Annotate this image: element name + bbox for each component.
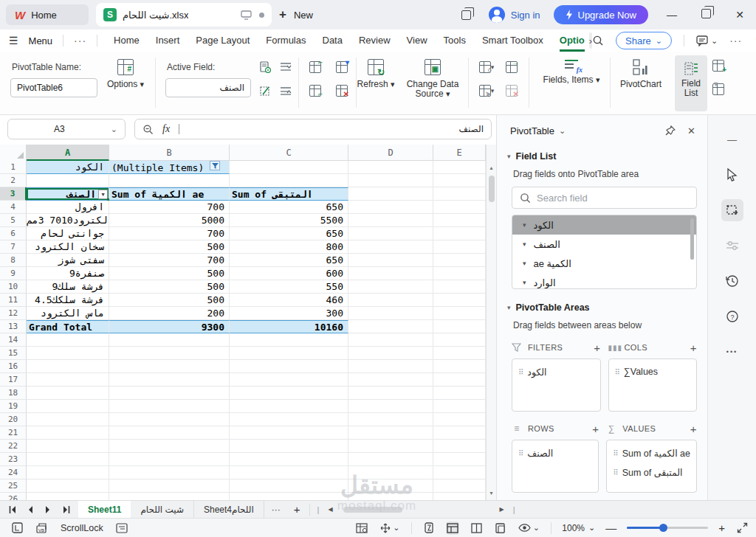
cell-B25[interactable] (109, 479, 230, 493)
add-col-icon[interactable]: + (690, 342, 697, 354)
cell-E13[interactable] (433, 320, 486, 333)
cell-E21[interactable] (433, 426, 486, 440)
pivotchart-button[interactable]: PivotChart (613, 59, 669, 89)
menu-tab-insert[interactable]: Insert (156, 30, 180, 52)
cell-B17[interactable] (109, 373, 230, 387)
menu-button[interactable]: Menu (29, 35, 53, 46)
cell-E15[interactable] (433, 347, 486, 360)
cell-C20[interactable] (230, 413, 348, 426)
field-headers-icon[interactable]: ▾ (710, 81, 726, 97)
cell-D20[interactable] (348, 413, 433, 426)
cell-B18[interactable] (109, 387, 230, 400)
cell-D5[interactable] (348, 214, 433, 227)
row-header-18[interactable]: 18 (0, 387, 27, 400)
new-document-button[interactable]: + New (279, 6, 313, 24)
hscroll-right-icon[interactable]: ▶ (500, 506, 504, 513)
restore-button[interactable] (695, 9, 716, 21)
cell-A7[interactable]: سخان الكترود (27, 240, 109, 254)
search-icon[interactable] (592, 35, 604, 46)
cell-E9[interactable] (433, 267, 486, 280)
group-field-icon[interactable]: ▾ (334, 59, 350, 75)
chevron-down-icon[interactable]: ⌄ (559, 126, 566, 136)
cell-C10[interactable]: 550 (230, 280, 348, 294)
cell-D21[interactable] (348, 426, 433, 440)
cell-A23[interactable] (27, 453, 109, 466)
row-header-12[interactable]: 12 (0, 307, 27, 320)
pivot-select-tool-icon[interactable] (721, 199, 743, 221)
cell-E5[interactable] (433, 214, 486, 227)
collapse-pane-icon[interactable]: — (721, 128, 743, 150)
field-list-button[interactable]: Field List (675, 55, 707, 111)
cell-E17[interactable] (433, 373, 486, 387)
formula-input[interactable]: fx الصنف (134, 119, 492, 139)
share-button[interactable]: Share ⌄ (616, 32, 672, 49)
cell-A18[interactable] (27, 387, 109, 400)
cell-D3[interactable] (348, 187, 433, 201)
cell-D23[interactable] (348, 453, 433, 466)
cell-A6[interactable]: جوانتى لحام (27, 227, 109, 240)
drag-handle-icon[interactable]: ⠿ (613, 468, 616, 477)
values-area-item[interactable]: ⠿Sum of المتبقى (607, 462, 696, 482)
areas-section-header[interactable]: ▾ PivotTable Areas (497, 289, 707, 316)
cell-D11[interactable] (348, 294, 433, 307)
cell-C7[interactable]: 800 (230, 240, 348, 254)
cell-D22[interactable] (348, 440, 433, 453)
rows-area-box[interactable]: ⠿الصنف (512, 440, 599, 493)
show-detail-buttons-icon[interactable]: + (710, 58, 726, 74)
rows-area-item[interactable]: ⠿الصنف (512, 443, 598, 462)
cell-A11[interactable]: فرشة سلكك4.5 (27, 294, 109, 307)
cell-C8[interactable]: 650 (230, 254, 348, 267)
cell-A26[interactable] (27, 493, 109, 500)
cell-B14[interactable] (109, 333, 230, 347)
cell-B23[interactable] (109, 453, 230, 466)
row-header-21[interactable]: 21 (0, 426, 27, 440)
cell-A12[interactable]: ماس الكترود (27, 307, 109, 320)
row-header-10[interactable]: 10 (0, 280, 27, 294)
cell-C9[interactable]: 600 (230, 267, 348, 280)
cell-D8[interactable] (348, 254, 433, 267)
zoom-in-icon[interactable]: + (718, 522, 725, 534)
cell-B12[interactable]: 200 (109, 307, 230, 320)
cell-D12[interactable] (348, 307, 433, 320)
cell-C25[interactable] (230, 479, 348, 493)
cell-A22[interactable] (27, 440, 109, 453)
cell-B10[interactable]: 500 (109, 280, 230, 294)
column-header-E[interactable]: E (433, 145, 486, 161)
mobile-view-icon[interactable] (422, 522, 436, 535)
cell-C11[interactable]: 460 (230, 294, 348, 307)
name-box[interactable]: A3 ⌄ (7, 119, 126, 139)
move-pivot-icon[interactable]: → (504, 59, 520, 75)
cell-E11[interactable] (433, 294, 486, 307)
cell-B8[interactable]: 700 (109, 254, 230, 267)
cell-B3[interactable]: Sum of الكمية ae (109, 187, 230, 201)
field-item[interactable]: ▾الكود (512, 215, 696, 235)
cell-E3[interactable] (433, 187, 486, 201)
first-sheet-icon[interactable] (6, 503, 19, 516)
cell-A5[interactable]: الكترود7010 3مم (27, 214, 109, 227)
row-header-7[interactable]: 7 (0, 240, 27, 254)
cell-D7[interactable] (348, 240, 433, 254)
cell-A3[interactable]: الصنف▼ (27, 187, 109, 201)
cell-D17[interactable] (348, 373, 433, 387)
clear-pivot-icon[interactable]: ◊▾ (475, 59, 498, 75)
cell-A14[interactable] (27, 333, 109, 347)
column-header-D[interactable]: D (348, 145, 433, 161)
cell-A15[interactable] (27, 347, 109, 360)
cell-C24[interactable] (230, 466, 348, 479)
cell-D4[interactable] (348, 201, 433, 214)
cell-C17[interactable] (230, 373, 348, 387)
change-data-source-button[interactable]: ▣ Change Data Source ▾ (402, 59, 464, 99)
cell-B19[interactable] (109, 400, 230, 413)
drag-handle-icon[interactable]: ⠿ (518, 449, 522, 457)
cell-D10[interactable] (348, 280, 433, 294)
row-header-5[interactable]: 5 (0, 214, 27, 227)
cell-C26[interactable] (230, 493, 348, 500)
pivot-filter-icon[interactable] (210, 161, 220, 170)
cell-A1[interactable]: الكود (27, 161, 109, 174)
sheet-tab[interactable]: Sheet4اللحام (194, 501, 264, 519)
menu-tab-optio[interactable]: Optio (560, 30, 585, 52)
field-search-input[interactable] (537, 193, 689, 204)
cell-B4[interactable]: 700 (109, 201, 230, 214)
scroll-down-icon[interactable]: ▼ (489, 491, 494, 496)
row-header-23[interactable]: 23 (0, 453, 27, 466)
